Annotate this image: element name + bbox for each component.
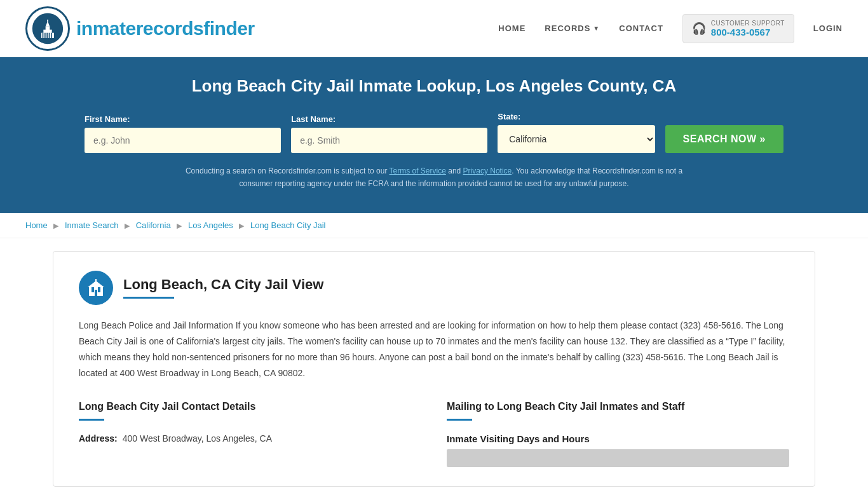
contact-details-col: Long Beach City Jail Contact Details Add… (79, 401, 421, 467)
svg-rect-12 (92, 287, 94, 292)
header: inmaterecordsfinder HOME RECORDS ▼ CONTA… (0, 0, 868, 57)
svg-marker-15 (88, 281, 104, 287)
breadcrumb-current[interactable]: Long Beach City Jail (250, 220, 326, 230)
first-name-group: First Name: (85, 114, 281, 153)
svg-rect-5 (47, 19, 48, 21)
breadcrumb-sep-4: ▶ (239, 222, 244, 229)
breadcrumb-inmate-search[interactable]: Inmate Search (65, 220, 119, 230)
first-name-label: First Name: (85, 114, 281, 124)
content-card: Long Beach, CA City Jail View Long Beach… (53, 251, 815, 487)
svg-rect-10 (51, 32, 52, 37)
headset-icon: 🎧 (692, 22, 706, 36)
hero-section: Long Beach City Jail Inmate Lookup, Los … (0, 57, 868, 213)
mailing-section-title: Mailing to Long Beach City Jail Inmates … (447, 401, 789, 412)
contact-underline (79, 419, 104, 421)
last-name-input[interactable] (291, 128, 487, 153)
address-row: Address: 400 West Broadway, Los Angeles,… (79, 433, 421, 444)
state-group: State: California Alabama Alaska Arizona… (498, 112, 654, 153)
nav-contact[interactable]: CONTACT (619, 24, 663, 33)
visiting-bar-placeholder (447, 449, 789, 467)
chevron-down-icon: ▼ (593, 25, 600, 32)
last-name-group: Last Name: (291, 114, 487, 153)
search-button[interactable]: SEARCH NOW » (665, 125, 783, 153)
visiting-title: Inmate Visiting Days and Hours (447, 433, 789, 444)
breadcrumb: Home ▶ Inmate Search ▶ California ▶ Los … (0, 213, 868, 238)
mailing-underline (447, 419, 472, 421)
jail-icon (79, 271, 113, 305)
support-label: CUSTOMER SUPPORT (711, 20, 785, 27)
jail-view-title: Long Beach, CA City Jail View (123, 276, 323, 293)
svg-rect-7 (44, 32, 46, 37)
address-label: Address: (79, 433, 118, 444)
address-value: 400 West Broadway, Los Angeles, CA (123, 433, 272, 444)
svg-rect-13 (98, 287, 100, 292)
state-select[interactable]: California Alabama Alaska Arizona Arkans… (498, 125, 654, 153)
two-column-section: Long Beach City Jail Contact Details Add… (79, 401, 789, 467)
last-name-label: Last Name: (291, 114, 487, 124)
main-nav: HOME RECORDS ▼ CONTACT 🎧 CUSTOMER SUPPOR… (498, 14, 843, 43)
support-number: 800-433-0567 (711, 27, 785, 37)
jail-description: Long Beach Police and Jail Information I… (79, 318, 789, 382)
logo-icon (25, 6, 70, 51)
breadcrumb-california[interactable]: California (136, 220, 171, 230)
svg-rect-3 (46, 26, 50, 30)
nav-home[interactable]: HOME (498, 24, 526, 33)
terms-link[interactable]: Terms of Service (390, 166, 446, 175)
logo-text: inmaterecordsfinder (76, 18, 255, 39)
search-form: First Name: Last Name: State: California… (85, 112, 783, 153)
contact-section-title: Long Beach City Jail Contact Details (79, 401, 421, 412)
nav-login[interactable]: LOGIN (813, 24, 843, 33)
breadcrumb-home[interactable]: Home (25, 220, 48, 230)
privacy-link[interactable]: Privacy Notice (463, 166, 512, 175)
customer-support-box: 🎧 CUSTOMER SUPPORT 800-433-0567 (682, 14, 794, 43)
svg-rect-16 (95, 279, 97, 281)
disclaimer-text: Conducting a search on Recordsfinder.com… (173, 165, 695, 191)
page-title: Long Beach City Jail Inmate Lookup, Los … (25, 76, 843, 96)
breadcrumb-sep-3: ▶ (177, 222, 182, 229)
svg-rect-8 (46, 32, 48, 37)
state-label: State: (498, 112, 654, 121)
breadcrumb-sep-2: ▶ (125, 222, 130, 229)
logo-area: inmaterecordsfinder (25, 6, 255, 51)
main-container: Long Beach, CA City Jail View Long Beach… (27, 251, 841, 487)
svg-rect-9 (49, 32, 50, 37)
nav-records[interactable]: RECORDS ▼ (545, 24, 600, 33)
svg-rect-14 (95, 290, 97, 296)
jail-header: Long Beach, CA City Jail View (79, 271, 789, 305)
breadcrumb-los-angeles[interactable]: Los Angeles (188, 220, 233, 230)
svg-rect-6 (43, 32, 44, 37)
breadcrumb-sep-1: ▶ (53, 222, 58, 229)
jail-title-area: Long Beach, CA City Jail View (123, 276, 323, 299)
first-name-input[interactable] (85, 128, 281, 153)
mailing-col: Mailing to Long Beach City Jail Inmates … (447, 401, 789, 467)
svg-rect-2 (43, 29, 51, 33)
title-underline (123, 297, 174, 299)
